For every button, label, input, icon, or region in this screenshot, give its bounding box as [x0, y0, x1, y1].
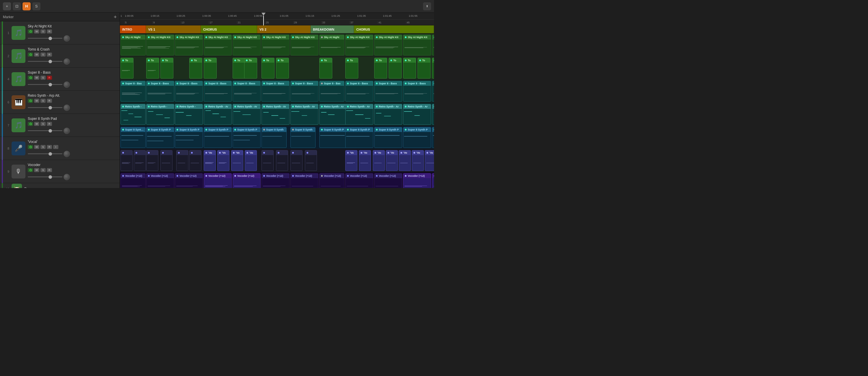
clip[interactable]: Sky At Night — [319, 35, 344, 56]
clip[interactable]: To — [232, 58, 246, 79]
clip[interactable]: Super 8 Synth P — [175, 127, 203, 148]
clip[interactable]: To — [403, 58, 416, 79]
clip[interactable]: Sky At Night Kit — [232, 35, 260, 56]
solo-button[interactable]: S — [40, 168, 45, 172]
clip[interactable]: Retro Synth - Ar — [204, 104, 232, 125]
clip[interactable]: 'Vo — [399, 150, 411, 171]
clip[interactable]: Vocoder (+12) — [345, 173, 373, 188]
clip[interactable]: Sky At Night Kit — [345, 35, 373, 56]
clip[interactable]: Super 8 - Bass — [403, 81, 431, 102]
clip[interactable]: To — [121, 58, 133, 79]
clip[interactable] — [276, 150, 288, 171]
clip[interactable]: To — [189, 58, 202, 79]
clip[interactable]: Retro Synth - Ar — [374, 104, 402, 125]
clip[interactable]: 'Vo — [245, 150, 257, 171]
clip[interactable]: 'Vo — [425, 150, 434, 171]
clip[interactable] — [134, 150, 146, 171]
clip[interactable]: 'Vo — [204, 150, 216, 171]
clip[interactable]: Retro Synth - — [121, 104, 146, 125]
clip[interactable]: Vocoder (+12) — [403, 173, 431, 188]
clip[interactable]: Super 8 Synth P — [319, 127, 347, 148]
record-button[interactable]: R — [47, 145, 52, 149]
clip[interactable]: Retro Synth - — [146, 104, 174, 125]
clip[interactable]: To — [432, 58, 434, 79]
clip[interactable]: Super 8 - Bass — [432, 81, 434, 102]
clip[interactable]: Vocoder (+12) — [146, 173, 174, 188]
clip[interactable] — [146, 150, 158, 171]
solo-button[interactable]: S — [40, 29, 45, 33]
solo-button[interactable]: S — [40, 122, 45, 126]
power-button[interactable]: ⏻ — [28, 145, 33, 149]
track-slider[interactable] — [28, 153, 62, 154]
clip[interactable]: Retro Synth - — [175, 104, 203, 125]
clip[interactable]: Vocoder (+12) — [121, 173, 146, 188]
clip[interactable]: Vocoder (+12) — [261, 173, 289, 188]
clip[interactable]: Retro Synth - Ar — [319, 104, 347, 125]
h-button[interactable]: H — [23, 2, 31, 10]
track-slider[interactable] — [28, 38, 62, 39]
clip[interactable]: 'Vo — [386, 150, 398, 171]
clip[interactable]: Super 8 - Bass — [374, 81, 402, 102]
mute-button[interactable]: M — [34, 29, 39, 33]
mute-button[interactable]: M — [34, 53, 39, 57]
record-button[interactable]: R — [47, 53, 52, 57]
clip[interactable]: 'Vo — [345, 150, 358, 171]
clip[interactable]: Super 8 Synth P — [204, 127, 232, 148]
power-button[interactable]: ⏻ — [28, 76, 33, 80]
export-button[interactable]: ⬆ — [423, 2, 431, 10]
clip[interactable]: To — [374, 58, 387, 79]
volume-knob[interactable] — [64, 128, 70, 134]
volume-knob[interactable] — [64, 82, 70, 88]
clip[interactable]: Retro Synth - Ar — [290, 104, 318, 125]
clip[interactable]: Sky At Night Kit — [175, 35, 203, 56]
clip[interactable]: Retro Synth - Ar — [345, 104, 373, 125]
clip[interactable]: Super 8 - Bass — [290, 81, 318, 102]
marker-add-button[interactable]: + — [114, 14, 117, 20]
clip[interactable]: Super 8 Synth P — [345, 127, 373, 148]
clip[interactable]: Super 8 - Bass — [261, 81, 289, 102]
clip[interactable]: Vocoder (+12) — [290, 173, 318, 188]
clip[interactable]: Vocoder (+12) — [374, 173, 402, 188]
clip[interactable] — [305, 150, 317, 171]
mute-button[interactable]: M — [34, 122, 39, 126]
clip[interactable]: To — [345, 58, 358, 79]
power-button[interactable]: ⏻ — [28, 122, 33, 126]
clip[interactable]: Super 8 Synth P — [121, 127, 146, 148]
record-button[interactable]: R — [47, 122, 52, 126]
clip[interactable]: To — [261, 58, 275, 79]
clip[interactable]: Super 8 Synth P — [374, 127, 402, 148]
clip[interactable] — [189, 150, 202, 171]
track-slider[interactable] — [28, 177, 62, 177]
clip[interactable]: To — [276, 58, 289, 79]
track-slider[interactable] — [28, 84, 62, 85]
power-button[interactable]: ⏻ — [28, 99, 33, 103]
clip[interactable]: To — [319, 58, 332, 79]
clip[interactable]: Super 8 - Bas — [121, 81, 146, 102]
clip[interactable]: Sky At Night Kit — [290, 35, 318, 56]
clip[interactable]: Vocoder (+12) — [204, 173, 232, 188]
clip[interactable]: Super 8 - Bass — [345, 81, 373, 102]
add-button[interactable]: + — [3, 2, 11, 10]
clip[interactable]: Super 8 - Bass — [232, 81, 260, 102]
clip[interactable]: Sky At Night Kit — [403, 35, 431, 56]
volume-knob[interactable] — [64, 35, 70, 41]
clip[interactable] — [261, 150, 274, 171]
clip[interactable]: Retro Synth - Ar — [232, 104, 260, 125]
clip[interactable]: 'Vo — [373, 150, 385, 171]
record-button[interactable]: R — [47, 29, 52, 33]
solo-button[interactable]: S — [40, 99, 45, 103]
record-button[interactable]: R — [47, 99, 52, 103]
clip[interactable]: Sky At Night — [121, 35, 146, 56]
clip[interactable]: To — [389, 58, 402, 79]
clip[interactable]: Super 8 Synth — [290, 127, 315, 148]
clip[interactable]: 'Vo — [231, 150, 243, 171]
clip[interactable]: Super 8 Synth P — [232, 127, 260, 148]
clip[interactable]: Retro Synth - Ar — [432, 104, 434, 125]
clip[interactable] — [176, 150, 188, 171]
record-button[interactable]: R — [47, 168, 52, 172]
clip[interactable]: Super 8 Synth P — [432, 127, 434, 148]
volume-knob[interactable] — [64, 174, 70, 180]
track-slider[interactable] — [28, 130, 62, 131]
clip[interactable]: Super 8 - Bas — [319, 81, 344, 102]
clip[interactable] — [160, 150, 173, 171]
